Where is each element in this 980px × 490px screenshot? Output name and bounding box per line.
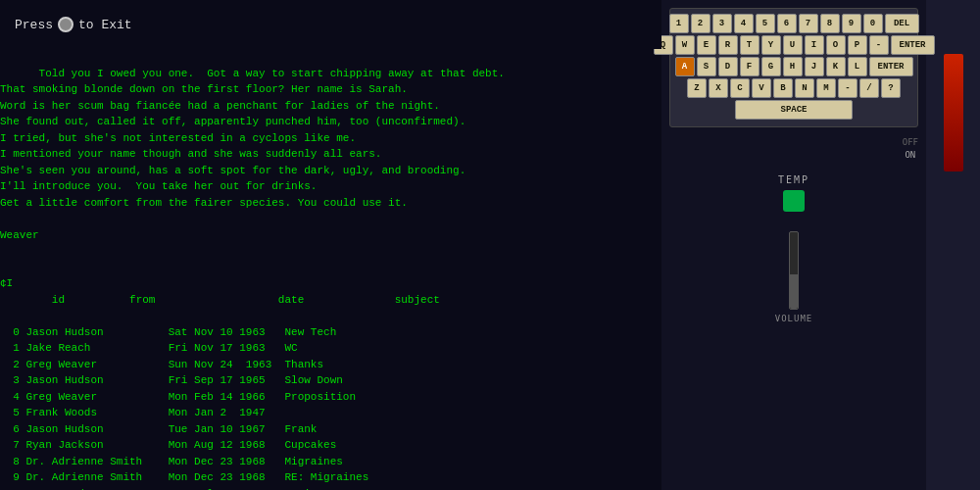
- key-3[interactable]: 3: [712, 14, 732, 33]
- red-bar-decoration: [944, 54, 963, 172]
- key-a[interactable]: A: [675, 57, 695, 76]
- key-k[interactable]: K: [826, 57, 846, 76]
- key-i[interactable]: I: [805, 35, 824, 55]
- main-terminal: Press to Exit Told you I owed you one. G…: [0, 0, 662, 490]
- key-question[interactable]: ?: [881, 78, 901, 98]
- key-5[interactable]: 5: [756, 14, 775, 33]
- key-7[interactable]: 7: [799, 14, 818, 33]
- on-screen-keyboard: 1 2 3 4 5 6 7 8 9 0 DEL Q W E R T Y U: [669, 8, 918, 127]
- key-dash-4[interactable]: -: [838, 78, 858, 98]
- outer-right-panel: [926, 0, 980, 490]
- keyboard-row-1: 1 2 3 4 5 6 7 8 9 0 DEL: [675, 14, 912, 33]
- key-r[interactable]: R: [718, 35, 738, 55]
- keyboard-row-5: SPACE: [675, 100, 912, 120]
- key-n[interactable]: N: [795, 78, 814, 98]
- key-2[interactable]: 2: [691, 14, 710, 33]
- key-y[interactable]: Y: [761, 35, 781, 55]
- press-label: Press: [15, 18, 53, 32]
- key-x[interactable]: X: [709, 78, 728, 98]
- keyboard-panel: 1 2 3 4 5 6 7 8 9 0 DEL Q W E R T Y U: [662, 0, 926, 490]
- key-4[interactable]: 4: [734, 14, 754, 33]
- key-slash[interactable]: /: [859, 78, 879, 98]
- key-w[interactable]: W: [675, 35, 695, 55]
- volume-fill: [790, 274, 798, 309]
- key-1[interactable]: 1: [669, 14, 689, 33]
- key-dash-2[interactable]: -: [869, 35, 889, 55]
- key-l[interactable]: L: [848, 57, 867, 76]
- prompt-char: ¢I: [0, 277, 13, 289]
- temp-label: TEMP: [778, 174, 809, 185]
- key-8[interactable]: 8: [820, 14, 840, 33]
- key-0[interactable]: 0: [863, 14, 883, 33]
- key-s[interactable]: S: [697, 57, 716, 76]
- on-label: ON: [905, 150, 915, 160]
- header-bar: Press to Exit: [0, 0, 662, 49]
- key-u[interactable]: U: [783, 35, 803, 55]
- key-g[interactable]: G: [761, 57, 781, 76]
- keyboard-row-3: A S D F G H J K L ENTER: [675, 57, 912, 76]
- key-j[interactable]: J: [805, 57, 824, 76]
- table-rows: 0 Jason Hudson Sat Nov 10 1963 New Tech …: [0, 326, 368, 491]
- key-v[interactable]: V: [752, 78, 771, 98]
- key-p[interactable]: P: [848, 35, 867, 55]
- key-o[interactable]: O: [826, 35, 846, 55]
- off-label: OFF: [903, 137, 918, 147]
- terminal-content: Told you I owed you one. Got a way to st…: [0, 49, 662, 490]
- volume-bar[interactable]: [789, 231, 799, 310]
- keyboard-row-4: Z X C V B N M - / ?: [675, 78, 912, 98]
- circle-button-icon[interactable]: [58, 17, 74, 32]
- key-h[interactable]: H: [783, 57, 803, 76]
- to-exit-label: to Exit: [78, 18, 132, 32]
- key-enter-right[interactable]: ENTER: [891, 35, 935, 55]
- temp-section: TEMP: [669, 174, 918, 212]
- press-to-exit-label: Press to Exit: [15, 17, 132, 32]
- key-del[interactable]: DEL: [885, 14, 919, 33]
- volume-section: VOLUME: [669, 231, 918, 323]
- key-t[interactable]: T: [740, 35, 760, 55]
- key-f[interactable]: F: [740, 57, 760, 76]
- off-on-toggle: OFF ON: [903, 137, 918, 160]
- key-b[interactable]: B: [773, 78, 793, 98]
- key-z[interactable]: Z: [687, 78, 707, 98]
- key-9[interactable]: 9: [842, 14, 861, 33]
- message-body: Told you I owed you one. Got a way to st…: [0, 68, 505, 241]
- key-space[interactable]: SPACE: [735, 100, 853, 120]
- key-m[interactable]: M: [816, 78, 836, 98]
- key-d[interactable]: D: [718, 57, 738, 76]
- key-enter-bottom[interactable]: ENTER: [869, 57, 913, 76]
- key-6[interactable]: 6: [777, 14, 797, 33]
- keyboard-row-2: Q W E R T Y U I O P - ENTER: [675, 35, 912, 55]
- temp-indicator: [783, 190, 805, 212]
- key-e[interactable]: E: [697, 35, 716, 55]
- table-headers: id from date subject: [39, 294, 440, 306]
- volume-label: VOLUME: [775, 314, 813, 323]
- key-c[interactable]: C: [730, 78, 750, 98]
